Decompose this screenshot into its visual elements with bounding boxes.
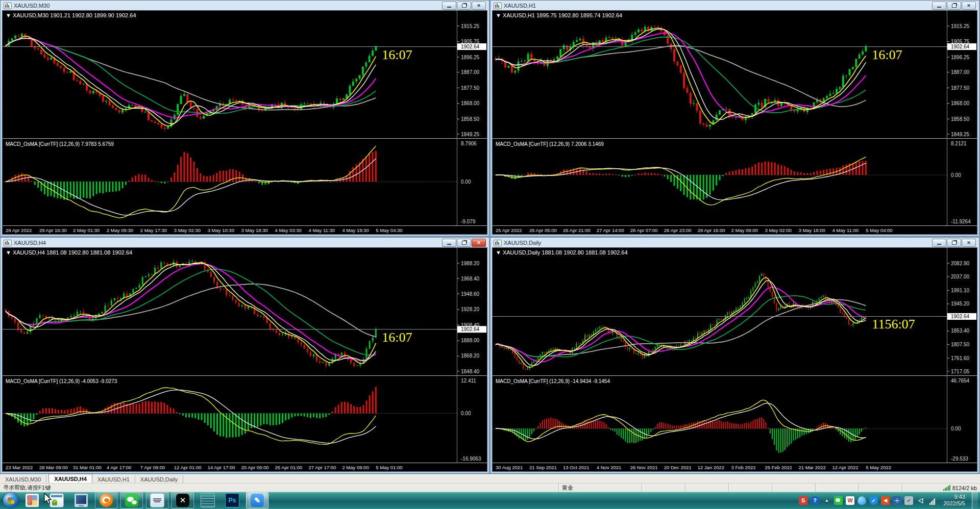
chart-header: ▼ XAUUSD,M30 1901.21 1902.80 1899.90 190… [6,12,136,18]
candlestick-chart-daily[interactable]: 2082.902037.001991.101945.201853.401807.… [493,248,977,471]
svg-text:20 Apr 09:00: 20 Apr 09:00 [241,465,269,470]
window-titlebar[interactable]: XAUUSD,H4 ✕ [2,238,487,247]
network-traffic-icon [943,485,950,491]
svg-text:1807.50: 1807.50 [951,342,970,347]
window-titlebar[interactable]: XAUUSD,Daily ✕ [492,238,977,247]
restore-button[interactable] [457,239,471,247]
candlestick-chart-m30[interactable]: 1915.251905.751896.251887.001877.501868.… [3,11,487,234]
close-button[interactable]: ✕ [472,2,486,10]
svg-text:20 Dec 2021: 20 Dec 2021 [664,465,692,470]
svg-text:4 May 19:30: 4 May 19:30 [342,227,369,233]
chart-window-daily: XAUUSD,Daily ✕ 2082.902037.001991.101945… [490,237,979,474]
minimize-button[interactable] [932,239,946,247]
computer-icon[interactable] [70,493,92,508]
capcut-icon[interactable]: ✕ [172,492,194,508]
chart-header: ▼ XAUUSD,H4 1881.08 1902.80 1881.08 1902… [6,249,132,256]
svg-text:4 Nov 2021: 4 Nov 2021 [597,465,622,470]
minimize-button[interactable] [442,239,456,247]
tab-xauusd-h1[interactable]: XAUUSD,H1 [92,475,135,483]
chart-window-m30: XAUUSD,M30 ✕ 1915.251905.751896.251887.0… [0,0,489,237]
svg-text:1848.40: 1848.40 [461,369,480,374]
tab-xauusd-h4[interactable]: XAUUSD,H4 [48,474,92,483]
notepad-icon[interactable] [197,493,218,508]
svg-text:1928.20: 1928.20 [461,307,480,312]
svg-text:25 Feb 2022: 25 Feb 2022 [765,465,792,470]
restore-button[interactable] [947,2,961,10]
photoshop-icon[interactable]: Ps [222,493,243,508]
show-desktop-button[interactable] [972,492,978,509]
drop-app-icon[interactable] [857,496,866,505]
candlestick-chart-h1[interactable]: 1915.251905.751896.251887.001877.501868.… [493,11,977,234]
svg-text:3 May 10:30: 3 May 10:30 [208,227,234,233]
chart-window-icon [494,240,502,246]
svg-text:28 Mar 09:00: 28 Mar 09:00 [39,465,68,470]
svg-text:4 May 11:30: 4 May 11:30 [308,227,335,233]
minimize-button[interactable] [932,2,946,10]
note-pen-icon[interactable]: ✎ [246,492,268,508]
svg-text:28 Apr 23:00: 28 Apr 23:00 [664,227,692,233]
svg-text:29 Apr 2022: 29 Apr 2022 [6,227,32,233]
svg-text:0.00: 0.00 [951,172,961,178]
svg-text:-29.533: -29.533 [951,456,968,462]
taskbar-clock[interactable]: 9:43 2022/5/5 [940,494,968,507]
word-icon[interactable]: W [846,496,854,505]
svg-text:1915.25: 1915.25 [951,23,970,29]
tab-xauusd-daily[interactable]: XAUUSD,Daily [135,475,183,483]
ime-icon[interactable] [893,496,901,505]
security-s-icon[interactable]: S [799,496,807,505]
chart-window-icon [494,3,502,9]
svg-text:12 Apr 01:00: 12 Apr 01:00 [174,465,202,470]
screen-capture-icon[interactable] [21,493,43,508]
svg-text:1948.60: 1948.60 [461,291,480,297]
taskbar: ✕Ps✎ S?▴W✓◀✓◁ 9:43 2022/5/5 [0,492,980,509]
svg-text:1868.20: 1868.20 [461,353,480,359]
svg-text:1761.60: 1761.60 [951,355,970,361]
minimize-button[interactable] [442,2,456,10]
svg-text:29 Apr 16:30: 29 Apr 16:30 [39,227,67,233]
start-button[interactable] [3,493,18,508]
close-button[interactable]: ✕ [472,239,486,247]
svg-text:25 Apr 2022: 25 Apr 2022 [496,227,522,233]
cheetah-browser-icon[interactable] [95,492,117,508]
svg-text:7 Apr 09:00: 7 Apr 09:00 [140,465,165,470]
restore-button[interactable] [947,239,961,247]
computer-icon-glyph [75,494,88,507]
current-price-label: 1902.64 [951,44,970,49]
notepad-icon-glyph [201,493,215,507]
network-signal-icon[interactable] [928,496,937,505]
help-icon[interactable]: ? [811,496,819,505]
stock-tool-icon[interactable] [146,492,168,508]
window-titlebar[interactable]: XAUUSD,M30 ✕ [2,1,487,10]
svg-text:13 Oct 2021: 13 Oct 2021 [563,465,590,470]
note-pen-icon-glyph: ✎ [251,494,264,507]
candlestick-chart-h4[interactable]: 1988.201968.401948.601928.201908.401888.… [3,248,487,471]
svg-text:27 Apr 14:00: 27 Apr 14:00 [597,227,624,233]
svg-text:1853.40: 1853.40 [951,328,970,334]
wechat-icon[interactable] [120,492,143,508]
traffic-value: 8124/2 kb [952,485,977,491]
window-titlebar[interactable]: XAUUSD,H1 ✕ [492,1,977,10]
wechat-tray-icon[interactable] [834,496,843,505]
expand-tray-icon[interactable]: ▴ [822,496,831,505]
shield-icon[interactable]: ✓ [869,496,878,505]
svg-text:1717.05: 1717.05 [951,369,970,374]
volume-icon[interactable]: ◁ [916,496,925,505]
mdi-workspace: XAUUSD,M30 ✕ 1915.251905.751896.251887.0… [0,0,980,474]
macd-indicator-label: MACD_OsMA [CurrTF] (12,26,9) 7.9783 5.67… [6,141,114,147]
trading-terminal-icon[interactable] [46,493,67,508]
svg-text:3 May 18:30: 3 May 18:30 [241,227,268,233]
restore-button[interactable] [457,2,471,10]
svg-text:26 Nov 2021: 26 Nov 2021 [630,465,658,470]
macd-indicator-label: MACD_OsMA [CurrTF] (12,26,9) -4.0053 -9.… [6,378,117,384]
current-price-label: 1902.64 [951,314,970,319]
svg-text:-11.9264: -11.9264 [951,219,971,224]
svg-text:5 May 04:30: 5 May 04:30 [376,227,402,233]
sound-app-icon[interactable]: ◀ [881,496,890,505]
tab-xauusd-m30[interactable]: XAUUSD,M30 [0,475,46,483]
close-button[interactable]: ✕ [962,239,976,247]
svg-text:46.7654: 46.7654 [951,378,970,384]
session-clock: 16:07 [382,47,412,62]
close-button[interactable]: ✕ [962,2,976,10]
usb-device-icon[interactable]: ✓ [904,496,913,505]
svg-text:4 May 11:00: 4 May 11:00 [832,227,859,233]
